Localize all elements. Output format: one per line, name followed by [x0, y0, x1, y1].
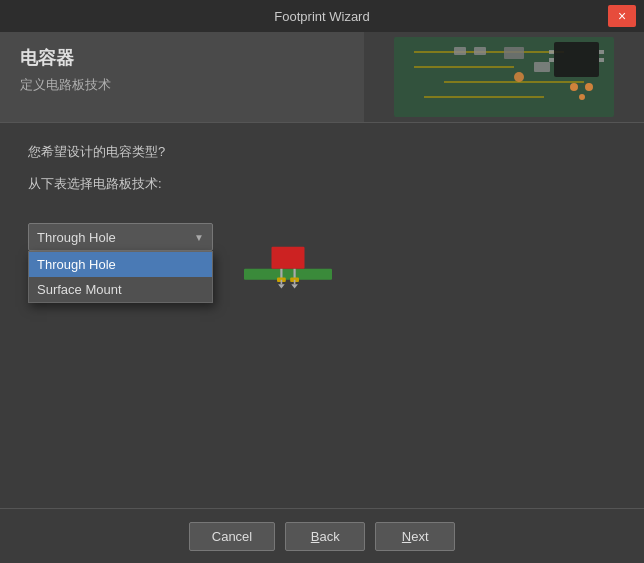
svg-rect-7 — [474, 47, 486, 55]
technology-dropdown-wrapper: Through Hole ▼ Through Hole Surface Moun… — [28, 223, 213, 251]
back-button[interactable]: Back — [285, 522, 365, 551]
close-button[interactable]: × — [608, 5, 636, 27]
technology-dropdown[interactable]: Through Hole ▼ — [28, 223, 213, 251]
svg-point-16 — [585, 83, 593, 91]
dropdown-list: Through Hole Surface Mount — [28, 251, 213, 303]
footer: Cancel Back Next — [0, 508, 644, 563]
svg-point-18 — [514, 72, 524, 82]
svg-rect-8 — [504, 47, 524, 59]
question-text: 您希望设计的电容类型? — [28, 143, 616, 161]
svg-point-15 — [570, 83, 578, 91]
svg-rect-9 — [534, 62, 550, 72]
svg-marker-28 — [291, 284, 298, 288]
title-bar: Footprint Wizard × — [0, 0, 644, 32]
svg-rect-19 — [244, 269, 332, 280]
svg-point-17 — [579, 94, 585, 100]
next-button[interactable]: Next — [375, 522, 455, 551]
svg-rect-20 — [272, 247, 305, 269]
main-content: 您希望设计的电容类型? 从下表选择电路板技术: Through Hole ▼ T… — [0, 123, 644, 508]
dropdown-item-surface-mount[interactable]: Surface Mount — [29, 277, 212, 302]
svg-rect-11 — [549, 50, 554, 54]
svg-rect-14 — [599, 58, 604, 62]
instruction-text: 从下表选择电路板技术: — [28, 175, 616, 193]
dropdown-item-through-hole[interactable]: Through Hole — [29, 252, 212, 277]
dialog-title: Footprint Wizard — [36, 9, 608, 24]
header-area: 电容器 定义电路板技术 — [0, 32, 644, 122]
pcb-illustration — [364, 32, 644, 122]
header-subtitle: 定义电路板技术 — [20, 76, 111, 94]
svg-rect-13 — [599, 50, 604, 54]
header-text-block: 电容器 定义电路板技术 — [20, 46, 111, 94]
svg-rect-6 — [454, 47, 466, 55]
dropdown-arrow-icon: ▼ — [194, 232, 204, 243]
component-preview — [233, 225, 333, 295]
svg-rect-10 — [554, 42, 599, 77]
svg-rect-12 — [549, 58, 554, 62]
header-title: 电容器 — [20, 46, 111, 70]
dropdown-selected-value: Through Hole — [37, 230, 116, 245]
dropdown-container: Through Hole ▼ Through Hole Surface Moun… — [28, 223, 616, 295]
cancel-button[interactable]: Cancel — [189, 522, 275, 551]
svg-marker-27 — [278, 284, 285, 288]
